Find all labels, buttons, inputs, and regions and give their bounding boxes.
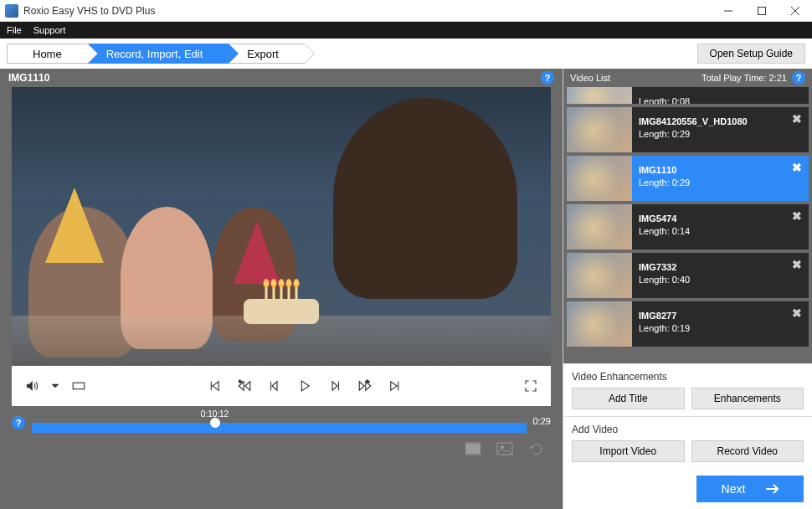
minimize-button[interactable] xyxy=(712,0,745,22)
filmstrip-icon[interactable] xyxy=(462,441,484,456)
timeline-area: ? 0:10:12 0:29 xyxy=(0,406,563,434)
window-controls xyxy=(712,0,812,22)
aspect-icon[interactable] xyxy=(67,374,90,398)
video-length: Length: 0:40 xyxy=(639,274,690,286)
next-row: Next xyxy=(563,469,812,509)
nav-step-export[interactable]: Export xyxy=(228,44,305,64)
video-name: IMG5474 xyxy=(639,213,690,225)
video-list-item[interactable]: IMG8277Length: 0:19✖ xyxy=(567,301,809,347)
svg-rect-7 xyxy=(465,444,481,454)
enhancements-button[interactable]: Enhancements xyxy=(691,388,804,409)
video-length: Length: 0:19 xyxy=(639,322,690,335)
total-playtime-label: Total Play Time: 2:21 xyxy=(702,73,787,83)
next-label: Next xyxy=(722,482,746,496)
video-length: Length: 0:14 xyxy=(639,225,690,238)
side-header: Video List Total Play Time: 2:21 ? xyxy=(563,69,812,87)
remove-video-icon[interactable]: ✖ xyxy=(792,306,802,320)
forward-icon[interactable]: 5s xyxy=(353,374,377,398)
svg-rect-9 xyxy=(465,454,481,455)
preview-pane: IMG1110 ? xyxy=(0,69,563,509)
video-name: IMG7332 xyxy=(639,261,690,274)
remove-video-icon[interactable]: ✖ xyxy=(792,112,802,126)
svg-rect-8 xyxy=(465,442,481,444)
video-length: Length: 0:29 xyxy=(639,177,690,189)
fullscreen-icon[interactable] xyxy=(519,374,542,398)
video-name: IMG8277 xyxy=(639,310,690,322)
svg-rect-4 xyxy=(73,383,85,389)
video-thumbnail xyxy=(567,204,632,249)
remove-video-icon[interactable]: ✖ xyxy=(792,258,802,271)
video-info: IMG84120556_V_HD1080Length: 0:29 xyxy=(632,107,754,152)
remove-video-icon[interactable]: ✖ xyxy=(792,161,802,174)
open-setup-guide-button[interactable]: Open Setup Guide xyxy=(697,44,805,64)
video-info: Length: 0:08 xyxy=(632,87,696,104)
transport-bar: 5s 5s xyxy=(12,366,551,406)
video-name: IMG1110 xyxy=(639,164,690,177)
app-title: Roxio Easy VHS to DVD Plus xyxy=(23,5,712,17)
video-list[interactable]: Length: 0:08IMG84120556_V_HD1080Length: … xyxy=(563,87,812,363)
timeline-duration: 0:29 xyxy=(533,416,551,429)
navbar: Home Record, Import, Edit Export Open Se… xyxy=(0,39,812,69)
svg-text:5s: 5s xyxy=(367,380,370,383)
video-thumbnail xyxy=(567,107,632,152)
record-video-button[interactable]: Record Video xyxy=(691,440,804,462)
svg-point-11 xyxy=(501,445,504,449)
side-pane: Video List Total Play Time: 2:21 ? Lengt… xyxy=(563,69,812,509)
import-video-button[interactable]: Import Video xyxy=(572,440,685,462)
app-icon xyxy=(5,4,18,18)
timeline-track[interactable]: 0:10:12 xyxy=(32,411,527,434)
bottom-tools xyxy=(0,434,563,463)
video-info: IMG7332Length: 0:40 xyxy=(632,253,696,298)
preview-help-icon[interactable]: ? xyxy=(541,71,554,85)
play-icon[interactable] xyxy=(293,374,316,398)
side-help-icon[interactable]: ? xyxy=(792,71,805,85)
photo-icon[interactable] xyxy=(494,441,516,456)
video-list-item[interactable]: Length: 0:08 xyxy=(567,87,809,104)
video-length: Length: 0:29 xyxy=(639,128,748,141)
video-list-item[interactable]: IMG84120556_V_HD1080Length: 0:29✖ xyxy=(567,107,809,152)
undo-icon[interactable] xyxy=(526,441,547,456)
video-name: IMG84120556_V_HD1080 xyxy=(639,116,748,128)
main-area: IMG1110 ? xyxy=(0,69,812,509)
remove-video-icon[interactable]: ✖ xyxy=(792,209,802,223)
preview-header: IMG1110 ? xyxy=(0,69,563,87)
skip-end-icon[interactable] xyxy=(383,374,407,398)
preview-clip-name: IMG1110 xyxy=(8,72,49,84)
frame-forward-icon[interactable] xyxy=(323,374,347,398)
close-button[interactable] xyxy=(779,0,812,22)
rewind-icon[interactable]: 5s xyxy=(233,374,256,398)
video-info: IMG1110Length: 0:29 xyxy=(632,156,696,201)
volume-icon[interactable] xyxy=(20,374,44,398)
video-thumbnail xyxy=(567,253,632,298)
playhead-handle[interactable] xyxy=(210,418,220,428)
video-thumbnail xyxy=(567,156,632,201)
video-list-label: Video List xyxy=(570,73,610,83)
frame-back-icon[interactable] xyxy=(263,374,286,398)
menu-support[interactable]: Support xyxy=(33,25,66,35)
skip-start-icon[interactable] xyxy=(203,374,226,398)
enhancements-label: Video Enhancements xyxy=(572,371,804,383)
next-button[interactable]: Next xyxy=(696,476,804,502)
nav-step-home[interactable]: Home xyxy=(7,44,87,64)
video-info: IMG5474Length: 0:14 xyxy=(632,204,696,249)
video-list-item[interactable]: IMG1110Length: 0:29✖ xyxy=(567,156,809,201)
video-list-item[interactable]: IMG7332Length: 0:40✖ xyxy=(567,253,809,298)
video-list-item[interactable]: IMG5474Length: 0:14✖ xyxy=(567,204,809,249)
svg-rect-1 xyxy=(758,7,766,14)
video-enhancements-section: Video Enhancements Add Title Enhancement… xyxy=(563,363,812,416)
video-thumbnail xyxy=(567,87,632,104)
video-preview[interactable] xyxy=(12,87,551,366)
maximize-button[interactable] xyxy=(745,0,779,22)
add-title-button[interactable]: Add Title xyxy=(572,388,685,409)
nav-step-record[interactable]: Record, Import, Edit xyxy=(87,44,229,64)
timeline-help-icon[interactable]: ? xyxy=(12,416,25,429)
add-video-label: Add Video xyxy=(572,424,804,435)
menubar: File Support xyxy=(0,22,812,39)
arrow-right-icon xyxy=(765,484,779,494)
volume-menu-icon[interactable] xyxy=(44,374,67,398)
svg-text:5s: 5s xyxy=(239,380,242,383)
nav-steps: Home Record, Import, Edit Export xyxy=(7,44,305,64)
menu-file[interactable]: File xyxy=(7,25,22,35)
titlebar: Roxio Easy VHS to DVD Plus xyxy=(0,0,812,22)
video-info: IMG8277Length: 0:19 xyxy=(632,301,696,347)
